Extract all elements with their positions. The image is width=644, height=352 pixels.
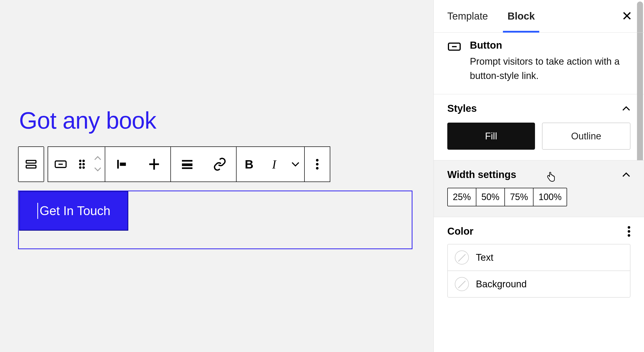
svg-point-19 xyxy=(316,167,318,169)
chevron-up-icon xyxy=(622,172,630,177)
color-background-row[interactable]: Background xyxy=(448,271,630,297)
width-button-group: 25% 50% 75% 100% xyxy=(447,188,567,206)
no-color-swatch-icon xyxy=(455,277,469,291)
width-settings-toggle[interactable]: Width settings xyxy=(447,169,630,180)
align-vertical-button[interactable] xyxy=(138,147,170,182)
color-options-button[interactable] xyxy=(627,226,630,237)
style-fill-option[interactable]: Fill xyxy=(447,123,535,150)
justify-button[interactable] xyxy=(105,147,138,182)
svg-rect-14 xyxy=(182,160,192,161)
inspector-tabs: Template Block xyxy=(434,0,644,33)
close-inspector-button[interactable] xyxy=(622,11,632,22)
block-card-description: Prompt visitors to take action with a bu… xyxy=(470,54,630,83)
color-panel: Color Text Background xyxy=(434,217,644,308)
color-list: Text Background xyxy=(447,244,630,298)
svg-rect-13 xyxy=(149,163,159,165)
svg-point-5 xyxy=(82,160,85,162)
block-options-button[interactable] xyxy=(305,147,330,182)
tab-template[interactable]: Template xyxy=(447,0,488,32)
styles-heading: Styles xyxy=(447,103,477,114)
svg-point-18 xyxy=(316,163,318,165)
link-button[interactable] xyxy=(203,147,236,182)
svg-point-25 xyxy=(628,230,630,232)
styles-panel-toggle[interactable]: Styles xyxy=(447,103,630,114)
width-75-button[interactable]: 75% xyxy=(504,188,533,206)
page-heading[interactable]: Got any book xyxy=(19,108,156,133)
editor-canvas[interactable]: Got any book xyxy=(0,0,434,352)
svg-point-7 xyxy=(82,163,85,165)
color-text-label: Text xyxy=(476,252,493,263)
inspector-panel: Template Block Button Prompt visitors to… xyxy=(434,0,644,352)
svg-point-4 xyxy=(79,160,81,162)
block-type-button[interactable] xyxy=(48,147,73,182)
width-100-button[interactable]: 100% xyxy=(533,188,567,206)
svg-rect-10 xyxy=(117,160,119,169)
color-heading: Color xyxy=(447,226,473,237)
svg-rect-1 xyxy=(26,165,36,168)
svg-point-17 xyxy=(316,159,318,161)
button-block[interactable]: Get In Touch xyxy=(19,191,128,231)
styles-panel: Styles Fill Outline xyxy=(434,94,644,160)
svg-point-26 xyxy=(628,234,630,236)
move-controls xyxy=(91,147,105,182)
style-outline-option[interactable]: Outline xyxy=(542,123,631,150)
svg-rect-16 xyxy=(182,167,192,169)
svg-rect-11 xyxy=(120,163,126,166)
width-50-button[interactable]: 50% xyxy=(476,188,504,206)
align-button[interactable] xyxy=(171,147,203,182)
no-color-swatch-icon xyxy=(455,250,469,265)
block-toolbar: B I xyxy=(18,146,330,182)
button-block-label: Get In Touch xyxy=(40,204,111,218)
svg-point-9 xyxy=(82,166,85,169)
bold-button[interactable]: B xyxy=(237,147,262,182)
italic-button[interactable]: I xyxy=(262,147,287,182)
svg-point-8 xyxy=(79,166,81,169)
drag-handle[interactable] xyxy=(73,147,91,182)
select-parent-button[interactable] xyxy=(19,147,44,182)
tab-block[interactable]: Block xyxy=(507,0,535,32)
color-background-label: Background xyxy=(476,279,527,290)
width-settings-panel: Width settings 25% 50% 75% 100% xyxy=(434,160,644,217)
svg-rect-0 xyxy=(26,160,36,163)
svg-point-24 xyxy=(628,226,630,228)
button-block-icon xyxy=(447,41,461,83)
color-text-row[interactable]: Text xyxy=(448,244,630,271)
text-caret xyxy=(37,203,38,219)
svg-point-6 xyxy=(79,163,81,165)
svg-rect-15 xyxy=(182,163,192,166)
block-card-title: Button xyxy=(470,40,630,51)
more-richtext-button[interactable] xyxy=(287,147,304,182)
width-25-button[interactable]: 25% xyxy=(448,188,476,206)
block-card: Button Prompt visitors to take action wi… xyxy=(434,33,644,94)
move-up-button[interactable] xyxy=(94,156,101,161)
chevron-up-icon xyxy=(622,106,630,111)
width-settings-heading: Width settings xyxy=(447,169,516,180)
move-down-button[interactable] xyxy=(94,167,101,172)
